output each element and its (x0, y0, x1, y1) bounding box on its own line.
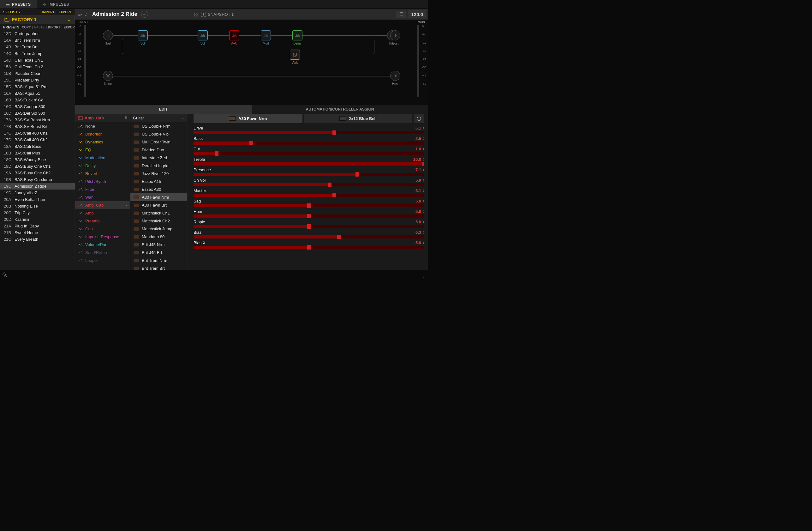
grid-toggle-icon[interactable]: ⠿ (125, 116, 128, 120)
block-vol[interactable]: Vol (198, 30, 208, 45)
preset-row[interactable]: 21CEvery Breath (0, 236, 75, 243)
param-value[interactable]: 10.0▲▼ (413, 157, 424, 162)
preset-row[interactable]: 21APlug In, Baby (0, 223, 75, 229)
category-preamp[interactable]: Preamp (75, 217, 130, 225)
param-slider[interactable] (193, 152, 424, 155)
spinner-icon[interactable]: ▲▼ (422, 179, 424, 182)
preset-row[interactable]: 15BPlacater Clean (0, 70, 75, 77)
spinner-icon[interactable]: ▲▼ (422, 241, 424, 244)
preset-list[interactable]: 13DCartographer14ABrit Trem Nrm14BBrit T… (0, 30, 75, 270)
param-value[interactable]: 6.3▲▼ (416, 230, 424, 235)
param-value[interactable]: 1.0▲▼ (416, 146, 424, 151)
model-item[interactable]: Matchstick Ch1 (130, 209, 187, 217)
settings-button[interactable] (2, 272, 8, 278)
model-item[interactable]: Mail Order Twin (130, 138, 187, 146)
model-item[interactable]: Mandarin 80 (130, 233, 187, 241)
model-item[interactable]: Brit J45 Brt (130, 248, 187, 257)
tab-presets[interactable]: PRESETS (0, 0, 37, 9)
preset-row[interactable]: 16BBAS:Tuck n' Go (0, 97, 75, 103)
model-item[interactable]: Brit J45 Nrm (130, 241, 187, 248)
preset-row[interactable]: 16DBAS:Del Sol 300 (0, 110, 75, 117)
model-list[interactable]: US Double NrmUS Double VibMail Order Twi… (130, 122, 187, 270)
param-value[interactable]: 7.1▲▼ (416, 168, 424, 172)
snapshot-selector[interactable]: 1 SNAPSHOT 1 (194, 12, 234, 17)
block-host-out[interactable]: Host (390, 30, 400, 45)
param-value[interactable]: 6.1▲▼ (416, 126, 424, 130)
preset-row[interactable]: 19BBAS:Busy OneJump (0, 176, 75, 183)
param-tab-cab[interactable]: 2x12 Blue Bell (304, 114, 412, 123)
model-item[interactable]: Matchstick Jump (130, 225, 187, 233)
param-slider[interactable] (193, 235, 424, 239)
preset-export[interactable]: EXPORT (64, 26, 77, 29)
param-value[interactable]: 6.1▲▼ (416, 188, 424, 193)
preset-import[interactable]: IMPORT (48, 26, 60, 29)
category-dynamics[interactable]: Dynamics (75, 138, 130, 146)
preset-row[interactable]: 14DCali Texas Ch 1 (0, 57, 75, 63)
preset-row[interactable]: 15DBAS: Aqua 51 Pre (0, 83, 75, 90)
spinner-icon[interactable]: ▲▼ (422, 127, 424, 130)
preset-row[interactable]: 20DKashmir (0, 216, 75, 223)
setlist-selector[interactable]: FACTORY 1 ⌵ (0, 15, 75, 24)
tab-impulses[interactable]: IMPULSES (37, 0, 75, 9)
preset-copy[interactable]: COPY (22, 26, 31, 29)
spinner-icon[interactable]: ▲▼ (422, 168, 424, 172)
param-slider[interactable] (193, 215, 424, 218)
param-slider[interactable] (193, 225, 424, 228)
nav-toggle-icon[interactable] (77, 12, 82, 17)
tab-edit[interactable]: EDIT (75, 105, 252, 114)
param-value[interactable]: 5.9▲▼ (416, 178, 424, 183)
category-amp[interactable]: Amp (75, 209, 130, 217)
param-slider[interactable] (193, 204, 424, 207)
category-amp-cab[interactable]: Amp+Cab› (75, 201, 130, 209)
preset-row[interactable]: 15CPlacater Dirty (0, 77, 75, 83)
spinner-icon[interactable]: ▲▼ (422, 200, 424, 203)
param-value[interactable]: 2.5▲▼ (416, 136, 424, 141)
model-item[interactable]: A30 Fawn Nrm (130, 193, 187, 201)
category-impulse-response[interactable]: Impulse Response (75, 233, 130, 241)
model-item[interactable]: Interstate Zed (130, 154, 187, 162)
category-looper[interactable]: Looper (75, 257, 130, 264)
block-delay[interactable]: Delay (292, 30, 302, 45)
param-slider[interactable] (193, 162, 424, 166)
category-pitch-synth[interactable]: Pitch/Synth (75, 177, 130, 185)
model-item[interactable]: Jazz Rivet 120 (130, 170, 187, 177)
model-item[interactable]: Brit Trem Nrm (130, 257, 187, 264)
param-slider[interactable] (193, 173, 424, 176)
category-filter[interactable]: Filter (75, 185, 130, 193)
block-a+c[interactable]: A+C (229, 30, 239, 45)
block-host[interactable]: Host (103, 30, 113, 45)
spinner-icon[interactable]: ▲▼ (422, 137, 424, 140)
model-item[interactable]: US Double Vib (130, 130, 187, 138)
preset-row[interactable]: 13DCartographer (0, 30, 75, 37)
setlist-export[interactable]: EXPORT (59, 11, 72, 14)
preset-row[interactable]: 18ABAS:Cali Bass (0, 143, 75, 150)
model-item[interactable]: A30 Fawn Brt (130, 201, 187, 209)
category-cab[interactable]: Cab (75, 225, 130, 233)
param-slider[interactable] (193, 246, 424, 249)
nav-updown-icon[interactable] (83, 12, 88, 17)
preset-row[interactable]: 14ABrit Trem Nrm (0, 37, 75, 44)
category-reverb[interactable]: Reverb (75, 170, 130, 177)
category-delay[interactable]: Delay (75, 162, 130, 170)
param-slider[interactable] (193, 142, 424, 145)
param-value[interactable]: 5.0▲▼ (416, 209, 424, 214)
category-distortion[interactable]: Distortion (75, 130, 130, 138)
preset-row[interactable]: 15ACali Texas Ch 2 (0, 63, 75, 70)
spinner-icon[interactable]: ▲▼ (422, 231, 424, 234)
preset-row[interactable]: 18BBAS:Cali Plus (0, 150, 75, 156)
param-value[interactable]: 5.0▲▼ (416, 240, 424, 245)
category-modulation[interactable]: Modulation (75, 154, 130, 162)
block-mod[interactable]: Mod (261, 30, 271, 45)
setlist-import[interactable]: IMPORT (42, 11, 55, 14)
preset-row[interactable]: 18CBAS:Woody Blue (0, 156, 75, 163)
param-tab-amp[interactable]: A30 Fawn Nrm (193, 114, 302, 123)
resize-grip[interactable]: ⋰ (422, 273, 427, 278)
param-slider[interactable] (193, 193, 424, 197)
preset-row[interactable]: 17BBAS:SV Beast Brt (0, 123, 75, 130)
preset-row[interactable]: 17DBAS:Cali 400 Ch2 (0, 137, 75, 143)
preset-row[interactable]: 16ABAS: Aqua 51 (0, 90, 75, 97)
block-vol[interactable]: Vol (137, 30, 148, 45)
model-item[interactable]: Matchstick Ch2 (130, 217, 187, 225)
model-header[interactable]: Guitar ⌵ (130, 114, 187, 122)
preset-row[interactable]: 17ABAS:SV Beast Nrm (0, 117, 75, 123)
